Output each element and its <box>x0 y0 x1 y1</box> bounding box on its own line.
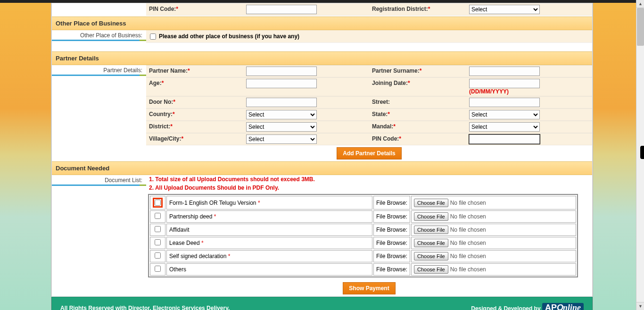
pincode-input-top[interactable] <box>246 5 317 14</box>
age-input[interactable] <box>246 79 317 88</box>
doc-row: Partnership deed *File Browse:Choose Fil… <box>150 210 576 223</box>
no-file-text: No file chosen <box>450 213 486 220</box>
footer-right: Designed & Developed by <box>471 305 540 310</box>
file-browse-label: File Browse: <box>373 263 410 276</box>
footer-left: All Rights Reserved with Director, Elect… <box>60 305 230 310</box>
door-input[interactable] <box>246 98 317 107</box>
doc-required-mark: * <box>228 253 231 260</box>
add-partner-button[interactable]: Add Partner Details <box>337 147 401 159</box>
scroll-up-arrow[interactable]: ▲ <box>636 0 644 8</box>
doc-side-label: Document List: <box>52 175 146 186</box>
show-payment-button[interactable]: Show Payment <box>343 282 395 294</box>
doc-row: Lease Deed *File Browse:Choose FileNo fi… <box>150 237 576 249</box>
doc-row: AffidavitFile Browse:Choose FileNo file … <box>150 224 576 236</box>
doc-name: Others <box>169 266 186 273</box>
opb-side-label: Other Place of Business: <box>52 30 146 41</box>
doc-note-1: 1. Total size of all Upload Documents sh… <box>146 175 592 184</box>
village-select[interactable]: Select <box>246 134 317 144</box>
pincode2-label: PIN Code: <box>372 135 399 142</box>
street-input[interactable] <box>469 98 540 107</box>
partner-side-label: Partner Details: <box>52 65 146 76</box>
mandal-select[interactable]: Select <box>469 122 540 132</box>
doc-checkbox[interactable] <box>155 239 161 245</box>
reg-district-label: Registration District: <box>372 6 428 12</box>
partner-pincode-input[interactable] <box>469 134 540 144</box>
age-label: Age: <box>149 80 162 86</box>
pincode-label: PIN Code: <box>149 6 176 12</box>
no-file-text: No file chosen <box>450 200 486 206</box>
doc-section-header: Document Needed <box>52 161 592 175</box>
no-file-text: No file chosen <box>450 253 486 260</box>
doc-checkbox[interactable] <box>155 266 161 272</box>
highlighted-checkbox-wrap <box>153 198 163 208</box>
no-file-text: No file chosen <box>450 240 486 246</box>
choose-file-button[interactable]: Choose File <box>414 212 448 221</box>
partner-name-label: Partner Name: <box>149 67 188 74</box>
doc-row: Form-1 English OR Telugu Version *File B… <box>150 196 576 209</box>
partner-surname-label: Partner Surname: <box>372 67 420 74</box>
doc-checkbox[interactable] <box>155 213 161 219</box>
choose-file-button[interactable]: Choose File <box>414 226 448 234</box>
doc-name: Affidavit <box>169 226 189 233</box>
aponline-brand: APOnline <box>542 303 584 310</box>
doc-row: OthersFile Browse:Choose FileNo file cho… <box>150 263 576 276</box>
partner-section-header: Partner Details <box>52 51 592 65</box>
partner-name-input[interactable] <box>246 67 317 76</box>
opb-checkbox-label: Please add other place of business (if y… <box>159 33 299 40</box>
scroll-down-arrow[interactable]: ▼ <box>636 302 644 310</box>
doc-name: Lease Deed <box>169 240 201 246</box>
door-label: Door No: <box>149 99 173 105</box>
joining-label: Joining Date: <box>372 80 408 86</box>
doc-note-2: 2. All Upload Documents Should be in PDF… <box>146 184 592 192</box>
doc-checkbox[interactable] <box>155 226 161 232</box>
doc-required-mark: * <box>258 200 260 206</box>
choose-file-button[interactable]: Choose File <box>414 265 448 274</box>
choose-file-button[interactable]: Choose File <box>414 252 448 260</box>
doc-name: Partnership deed <box>169 213 214 220</box>
district-label: District: <box>149 123 170 130</box>
partner-surname-input[interactable] <box>469 67 540 76</box>
file-browse-label: File Browse: <box>373 196 410 209</box>
country-label: Country: <box>149 111 173 117</box>
opb-checkbox[interactable] <box>150 34 156 40</box>
doc-required-mark: * <box>214 213 216 220</box>
mandal-label: Mandal: <box>372 123 393 130</box>
no-file-text: No file chosen <box>450 226 486 233</box>
opb-section-header: Other Place of Business <box>52 17 592 30</box>
choose-file-button[interactable]: Choose File <box>414 239 448 247</box>
doc-row: Self signed declaration *File Browse:Cho… <box>150 250 576 262</box>
country-select[interactable]: Select <box>246 110 317 119</box>
file-browse-label: File Browse: <box>373 237 410 249</box>
file-browse-label: File Browse: <box>373 210 410 223</box>
doc-name: Form-1 English OR Telugu Version <box>169 200 258 206</box>
no-file-text: No file chosen <box>450 266 486 273</box>
joining-date-input[interactable] <box>469 79 540 88</box>
doc-table: Form-1 English OR Telugu Version *File B… <box>148 194 578 277</box>
doc-name: Self signed declaration <box>169 253 228 260</box>
state-select[interactable]: Select <box>469 110 540 119</box>
scroll-thumb[interactable] <box>637 8 644 46</box>
district-select[interactable]: Select <box>246 122 317 132</box>
doc-required-mark: * <box>201 240 204 246</box>
reg-district-select[interactable]: Select <box>469 5 540 14</box>
file-browse-label: File Browse: <box>373 224 410 236</box>
state-label: State: <box>372 111 388 117</box>
file-browse-label: File Browse: <box>373 250 410 262</box>
doc-checkbox[interactable] <box>155 252 161 259</box>
choose-file-button[interactable]: Choose File <box>414 199 448 207</box>
village-label: Village/City: <box>149 135 181 142</box>
footer: All Rights Reserved with Director, Elect… <box>51 297 593 310</box>
doc-checkbox[interactable] <box>155 200 161 206</box>
joining-hint: (DD/MM/YYYY) <box>469 88 591 95</box>
street-label: Street: <box>372 99 390 105</box>
